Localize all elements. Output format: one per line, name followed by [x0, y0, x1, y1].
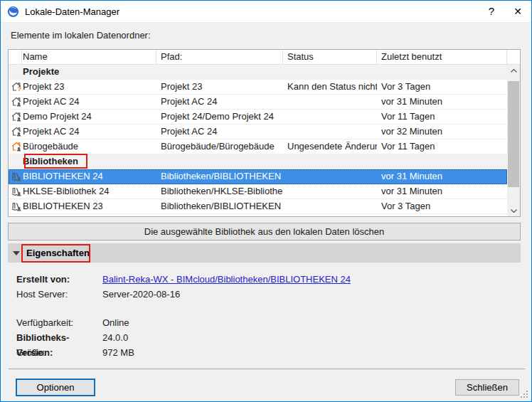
- row-status: [283, 169, 377, 184]
- row-last-used: vor 32 Minuten: [377, 125, 507, 139]
- table-row[interactable]: Bürogebäude Bürogebäude/Bürogebäude Unge…: [9, 139, 507, 154]
- table-row[interactable]: BIBLIOTHEKEN 23 Bibliotheken/BIBLIOTHEKE…: [9, 199, 507, 214]
- row-path: Bibliotheken/BIBLIOTHEKEN 23: [156, 199, 283, 213]
- column-header-status[interactable]: Status: [283, 50, 377, 64]
- property-label: Bibliotheks-Version:: [16, 330, 102, 345]
- property-label: Host Server:: [16, 287, 102, 302]
- row-status: [283, 125, 377, 139]
- row-path: Bibliotheken/BIBLIOTHEKEN 24: [156, 169, 283, 184]
- row-last-used: vor 31 Minuten: [377, 95, 507, 109]
- row-status: Kann den Status nicht ...: [283, 80, 377, 94]
- row-last-used: Vor 11 Tagen: [377, 139, 507, 154]
- project-user-orange-icon: [11, 141, 22, 152]
- table-row[interactable]: Projekt AC 24 Projekt AC 24 vor 31 Minut…: [9, 95, 507, 110]
- svg-text:?: ?: [18, 85, 22, 92]
- column-header-pfad[interactable]: Pfad:: [156, 50, 283, 64]
- scroll-down-icon[interactable]: [507, 205, 520, 216]
- property-label: Verfügbarkeit:: [16, 315, 102, 330]
- column-header-name[interactable]: Name: [22, 50, 156, 64]
- row-name: Projekt AC 24: [22, 125, 156, 139]
- table-group-row[interactable]: Bibliotheken: [9, 154, 507, 169]
- row-last-used: Vor 11 Tagen: [377, 110, 507, 124]
- property-row: Host Server: Server-2020-08-16: [16, 287, 514, 302]
- row-last-used: vor 31 Minuten: [377, 169, 507, 184]
- table-row[interactable]: Demo Projekt 24 Projekt 24/Demo Projekt …: [9, 110, 507, 125]
- row-status: Ungesendete Änderun...: [283, 139, 377, 154]
- project-user-icon: [11, 126, 22, 137]
- row-status: [283, 199, 377, 213]
- table-group-row[interactable]: Projekte: [9, 65, 507, 80]
- row-path: Projekt AC 24: [156, 95, 283, 109]
- group-label: Bibliotheken: [23, 156, 78, 166]
- row-path: Projekt 24/Demo Projekt 24: [156, 110, 283, 124]
- library-user-icon: [11, 171, 22, 182]
- project-user-icon: [11, 111, 22, 122]
- project-question-icon: ?: [11, 81, 22, 92]
- property-label: Größe:: [16, 345, 102, 360]
- table-row[interactable]: HKLSE-Bibliothek 24 Bibliotheken/HKLSE-B…: [9, 184, 507, 199]
- row-path: Projekt AC 24: [156, 125, 283, 139]
- row-name: Projekt 23: [22, 80, 156, 94]
- library-user-icon: [11, 186, 22, 197]
- row-path: Projekt 23: [156, 80, 283, 94]
- list-label: Elemente im lokalen Datenordner:: [11, 30, 151, 41]
- group-label: Projekte: [23, 66, 59, 77]
- close-icon[interactable]: ✕: [504, 1, 531, 21]
- footer-separator: [9, 369, 525, 369]
- row-path: Bibliotheken/HKLSE-Bibliothek 24: [156, 184, 283, 199]
- row-name: Bürogebäude: [22, 139, 156, 154]
- options-button[interactable]: Optionen: [16, 379, 95, 396]
- column-header-zuletzt-benutzt[interactable]: Zuletzt benutzt: [377, 50, 507, 64]
- row-status: [283, 184, 377, 199]
- row-name: Demo Projekt 24: [22, 110, 156, 124]
- delete-selected-library-button[interactable]: Die ausgewählte Bibliothek aus den lokal…: [8, 223, 521, 240]
- column-header-filler: [507, 50, 520, 64]
- property-value-link[interactable]: Balint-Reka-WX - BIMcloud/Bibliotheken/B…: [102, 272, 514, 287]
- properties-header-label: Eigenschaften: [26, 248, 90, 258]
- table-row[interactable]: BIBLIOTHEKEN 24 Bibliotheken/BIBLIOTHEKE…: [9, 169, 507, 184]
- row-name: HKLSE-Bibliothek 24: [22, 184, 156, 199]
- row-status: [283, 110, 377, 124]
- title-bar[interactable]: Lokale-Daten-Manager ? ✕: [1, 1, 531, 23]
- schliessen-button[interactable]: Schließen: [455, 379, 519, 396]
- table-row[interactable]: Projekt AC 24 Projekt AC 24 vor 32 Minut…: [9, 125, 507, 139]
- scroll-up-icon[interactable]: [507, 65, 520, 76]
- property-value: Online: [102, 315, 514, 330]
- row-name: BIBLIOTHEKEN 24: [22, 169, 156, 184]
- local-items-table: Name Pfad: Status Zuletzt benutzt Projek…: [8, 49, 521, 217]
- property-row: Erstellt von: Balint-Reka-WX - BIMcloud/…: [16, 272, 514, 287]
- row-name: BIBLIOTHEKEN 23: [22, 199, 156, 213]
- window-title: Lokale-Daten-Manager: [25, 6, 119, 17]
- property-value: 972 MB: [102, 345, 514, 360]
- row-name: Projekt AC 24: [22, 95, 156, 109]
- row-last-used: vor 31 Minuten: [377, 184, 507, 199]
- table-header: Name Pfad: Status Zuletzt benutzt: [9, 50, 520, 65]
- lokale-daten-manager-dialog: Lokale-Daten-Manager ? ✕ Elemente im lok…: [0, 0, 532, 402]
- property-row: Verfügbarkeit: Online: [16, 315, 514, 330]
- property-row: Größe: 972 MB: [16, 345, 514, 360]
- property-value: Server-2020-08-16: [102, 287, 514, 302]
- row-last-used: Vor 3 Tagen: [377, 199, 507, 213]
- row-path: Bürogebäude/Bürogebäude: [156, 139, 283, 154]
- table-row[interactable]: ? Projekt 23 Projekt 23 Kann den Status …: [9, 80, 507, 95]
- row-last-used: Vor 3 Tagen: [377, 80, 507, 94]
- properties-list: Erstellt von: Balint-Reka-WX - BIMcloud/…: [16, 272, 514, 360]
- table-body: Projekte ? Projekt 23 Projekt 23 Kann de…: [9, 65, 507, 216]
- scrollbar-thumb[interactable]: [508, 81, 519, 187]
- row-status: [283, 95, 377, 109]
- library-user-icon: [11, 201, 22, 212]
- property-value: 24.0.0: [102, 330, 514, 345]
- column-header-icon: [9, 50, 22, 64]
- properties-section-header[interactable]: Eigenschaften: [8, 243, 521, 263]
- property-label: Erstellt von:: [16, 272, 102, 287]
- vertical-scrollbar[interactable]: [507, 65, 520, 216]
- resize-grip[interactable]: [520, 390, 528, 398]
- project-user-icon: [11, 96, 22, 107]
- help-button[interactable]: ?: [479, 1, 504, 21]
- property-row: Bibliotheks-Version: 24.0.0: [16, 330, 514, 345]
- bimcloud-app-icon: [7, 6, 19, 18]
- disclosure-triangle-icon: [13, 251, 20, 255]
